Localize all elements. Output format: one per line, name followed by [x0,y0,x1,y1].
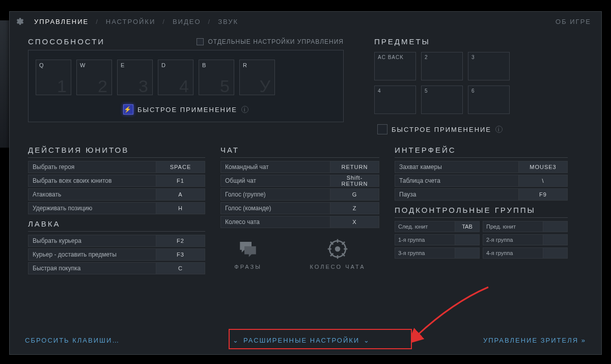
keybind-label: Пауза [395,191,518,198]
wheel-icon [327,238,348,260]
keybind-value[interactable]: C [156,263,205,274]
spectator-link[interactable]: УПРАВЛЕНИЕ ЗРИТЕЛЯ » [483,337,586,344]
chat-title: ЧАТ [220,146,379,158]
item-slot[interactable]: 3 [468,52,510,80]
control-group-row: 3-я группа4-я группа [395,247,568,259]
unit-actions-title: ДЕЙСТВИЯ ЮНИТОВ [28,146,205,158]
cg-key[interactable] [455,235,479,245]
keybind-value[interactable]: X [330,216,379,228]
ability-slot[interactable]: B5 [199,60,234,95]
keybind-label: Захват камеры [395,163,518,171]
keybind-label: Колесо чата [221,218,330,226]
tab-settings[interactable]: НАСТРОЙКИ [106,18,155,25]
chevron-down-icon: ⌄ [233,337,239,344]
cg-key[interactable] [543,248,567,258]
keybind-row: Выбрать герояSPACE [28,161,205,173]
keybind-label: Быстрая покупка [29,265,156,272]
ability-slot[interactable]: E3 [117,60,153,95]
keybind-label: Общий чат [221,177,330,184]
ability-slot[interactable]: W2 [76,60,112,95]
cg-key[interactable] [455,248,479,258]
slot-key: Q [39,62,44,68]
cg-label: 3-я группа [395,250,455,256]
abilities-title: СПОСОБНОСТИ [28,37,105,46]
keybind-value[interactable]: Z [330,203,379,214]
keybind-value[interactable]: F1 [156,175,205,186]
phrases-label: ФРАЗЫ [234,264,262,270]
phrases-button[interactable]: ФРАЗЫ [234,238,262,270]
ability-slot[interactable]: D4 [158,60,193,95]
cg-key[interactable]: TAB [455,221,479,232]
slot-key: R [243,62,247,68]
keybind-value[interactable]: Shift- RETURN [330,175,379,186]
cg-key[interactable] [543,235,567,245]
ability-slot[interactable]: Q1 [36,60,71,95]
item-slot[interactable]: AC BACK [374,52,416,80]
control-group-cell: Пред. юнит [483,221,568,232]
keybind-label: Атаковать [29,191,156,198]
keybind-row: Выбрать всех своих юнитовF1 [28,175,205,187]
slot-index: 5 [220,77,230,95]
abilities-section: СПОСОБНОСТИ ОТДЕЛЬНЫЕ НАСТРОЙКИ УПРАВЛЕН… [28,37,344,134]
keybind-label: Выбрать всех своих юнитов [29,177,156,184]
cg-key[interactable] [543,221,567,232]
keybind-value[interactable]: H [156,203,205,214]
keybind-label: Выбрать курьера [29,237,156,244]
advanced-settings-link[interactable]: ⌄ РАСШИРЕННЫЕ НАСТРОЙКИ ⌄ [233,337,370,344]
keybind-label: Командный чат [221,163,330,171]
quickcast-items-label: БЫСТРОЕ ПРИМЕНЕНИЕ [392,126,491,133]
keybind-row: Таблица счета\ [395,175,568,187]
tab-control[interactable]: УПРАВЛЕНИЕ [34,18,89,25]
keybind-value[interactable]: F9 [518,189,567,200]
keybind-value[interactable]: F2 [156,235,205,246]
slot-key: E [121,62,124,68]
per-hero-checkbox[interactable]: ОТДЕЛЬНЫЕ НАСТРОЙКИ УПРАВЛЕНИЯ [197,38,344,45]
keybind-value[interactable]: MOUSE3 [518,161,567,173]
keybind-value[interactable]: RETURN [330,161,379,173]
keybind-value[interactable]: A [156,189,205,200]
chat-wheel-button[interactable]: КОЛЕСО ЧАТА [310,238,366,270]
item-slot[interactable]: 2 [421,52,463,80]
keybind-row: ПаузаF9 [395,188,568,201]
tab-video[interactable]: ВИДЕО [173,18,201,25]
keybind-label: Курьер - доставить предметы [29,251,156,258]
keybind-row: Голос (команде)Z [220,202,379,214]
control-group-cell: След. юнитTAB [395,221,480,232]
quickcast-items[interactable]: БЫСТРОЕ ПРИМЕНЕНИЕ i [377,124,583,134]
tab-audio[interactable]: ЗВУК [218,18,238,25]
slot-index: У [259,77,270,95]
control-group-row: След. юнитTABПред. юнит [395,221,568,232]
item-key: 5 [425,88,428,94]
item-slot[interactable]: 4 [374,86,416,114]
quickcast-abilities[interactable]: ⚡ БЫСТРОЕ ПРИМЕНЕНИЕ i [36,104,336,115]
reset-keys-link[interactable]: СБРОСИТЬ КЛАВИШИ… [25,337,120,344]
tab-sep: / [208,18,211,25]
lightning-icon: ⚡ [123,104,133,115]
control-groups-title: ПОДКОНТРОЛЬНЫЕ ГРУППЫ [395,206,568,218]
keybind-label: Голос (группе) [221,191,330,198]
keybind-value[interactable]: SPACE [156,161,205,173]
item-key: AC BACK [378,54,404,60]
content: СПОСОБНОСТИ ОТДЕЛЬНЫЕ НАСТРОЙКИ УПРАВЛЕН… [28,37,583,318]
quickcast-label: БЫСТРОЕ ПРИМЕНЕНИЕ [137,106,237,114]
cg-label: 4-я группа [483,250,543,256]
item-key: 2 [425,54,428,60]
cg-label: 1-я группа [395,237,455,243]
items-section: ПРЕДМЕТЫ AC BACK23456 БЫСТРОЕ ПРИМЕНЕНИЕ… [374,37,583,134]
item-slot[interactable]: 5 [421,86,463,114]
tab-about[interactable]: ОБ ИГРЕ [556,18,591,25]
checkbox-icon [377,124,387,134]
keybind-value[interactable]: G [330,189,379,200]
slot-index: 1 [57,77,67,95]
keybind-row: Командный чатRETURN [220,161,379,173]
ability-slot[interactable]: RУ [239,60,275,95]
svg-point-1 [335,246,341,252]
keybind-label: Голос (команде) [221,205,330,212]
item-key: 3 [471,54,475,60]
interface-title: ИНТЕРФЕЙС [395,146,568,158]
item-slot[interactable]: 6 [468,86,510,114]
chevron-down-icon: ⌄ [364,337,370,344]
keybind-value[interactable]: F3 [156,249,205,260]
keybind-row: Выбрать курьераF2 [28,235,205,247]
keybind-value[interactable]: \ [518,175,567,186]
